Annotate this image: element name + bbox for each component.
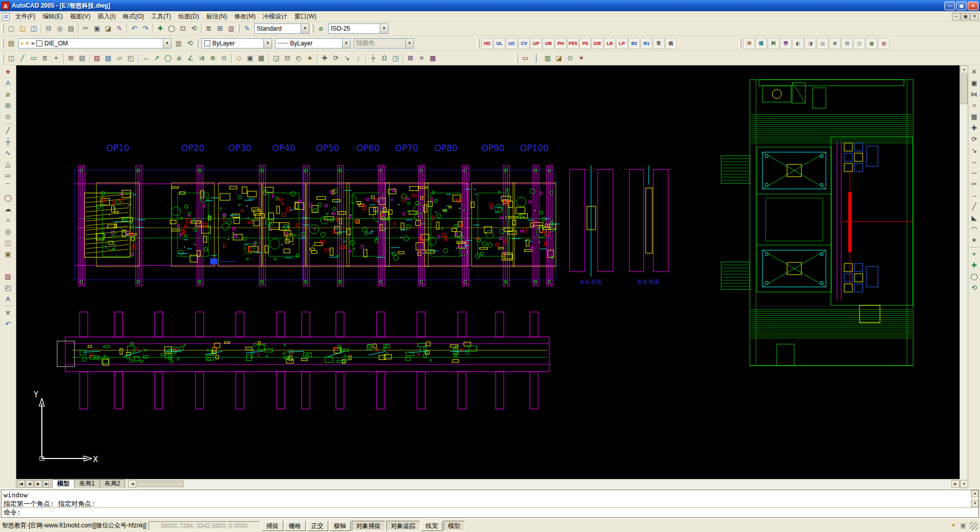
tab-prev-icon[interactable]: ◀ — [26, 480, 34, 488]
redo-icon[interactable]: ↷ — [140, 23, 151, 34]
scale-icon[interactable]: ↘ — [341, 53, 353, 64]
command-text-area[interactable]: window 指定第一个角点: 指定对角点: ▲ ▼ 命令: — [1, 490, 979, 518]
dim-style-icon[interactable]: ⌀ — [315, 23, 327, 34]
zoom-realtime-icon[interactable]: ◯ — [166, 23, 177, 34]
toggle-对象追踪[interactable]: 对象追踪 — [386, 521, 420, 531]
right-tool-extend-icon[interactable]: → — [969, 190, 980, 201]
die-icon-CV[interactable]: CV — [518, 38, 530, 49]
menu-item-10[interactable]: 冲模设计 — [259, 12, 291, 21]
die-icon-UB[interactable]: UB — [543, 38, 554, 49]
die-strip-icon[interactable]: ▭ — [520, 53, 531, 64]
die-icon-B2[interactable]: B2 — [628, 38, 640, 49]
right-tool-pan-icon[interactable]: ✚ — [969, 260, 980, 271]
right-tool-chamfer-icon[interactable]: ◣ — [969, 212, 980, 224]
left-tool-line-icon[interactable]: ╱ — [3, 125, 14, 136]
right-tool-stretch-icon[interactable]: ↔ — [969, 156, 980, 167]
id-point-icon[interactable]: ⌖ — [51, 53, 62, 64]
stretch-icon[interactable]: ↕ — [353, 53, 364, 64]
right-tool-move-icon[interactable]: ✚ — [969, 123, 980, 134]
image-attach-icon[interactable]: ▦ — [256, 53, 267, 64]
die-icon-PH[interactable]: PH — [555, 38, 567, 49]
tab-next-icon[interactable]: ▶ — [34, 480, 42, 488]
quickcalc-icon[interactable]: ≡ — [416, 53, 427, 64]
field-icon[interactable]: ▤ — [77, 53, 88, 64]
cut-icon[interactable]: ✂ — [80, 23, 91, 34]
toggle-线宽[interactable]: 线宽 — [421, 521, 443, 531]
right-tool-zoom-icon[interactable]: ◯ — [969, 271, 980, 282]
die-icon-P5[interactable]: P5 — [579, 38, 591, 49]
block-editor-icon[interactable]: ◇ — [233, 53, 244, 64]
tab-布局2[interactable]: 布局2 — [100, 479, 126, 488]
layer-combo[interactable]: ● ☀ ■ DIE_OM ▼ — [18, 38, 172, 49]
drawing-canvas[interactable]: OP10OP20OP30OP40OP50OP60OP70OP80OP90OP10… — [16, 65, 960, 479]
die-insert-icon[interactable]: ◪ — [553, 53, 565, 64]
die-icon2-9[interactable]: ⊟ — [841, 38, 853, 49]
plot-preview-icon[interactable]: ◎ — [54, 23, 65, 34]
die-icon2-1[interactable]: 冲 — [743, 38, 755, 49]
die-icon-LB[interactable]: LB — [604, 38, 616, 49]
quick-select-icon[interactable]: ⊠ — [405, 53, 416, 64]
right-tool-offset-icon[interactable]: ≈ — [969, 100, 980, 111]
dim-angular-icon[interactable]: ∠ — [185, 53, 196, 64]
left-tool-dim-style-icon[interactable]: ⌀ — [3, 89, 14, 100]
right-tool-array-icon[interactable]: ▦ — [969, 111, 980, 123]
toolbar-grip[interactable] — [237, 24, 240, 33]
dim-linear-icon[interactable]: ↔ — [140, 53, 151, 64]
table-icon[interactable]: ⊞ — [65, 53, 77, 64]
dim-diameter-icon[interactable]: ⌀ — [174, 53, 185, 64]
minimize-icon[interactable]: ─ — [944, 2, 955, 10]
tool-palettes-icon[interactable]: ▥ — [226, 23, 237, 34]
linetype-combo[interactable]: ─── ByLayer ▼ — [275, 38, 351, 49]
die-icon2-11[interactable]: ▦ — [866, 38, 877, 49]
chevron-down-icon[interactable]: ▼ — [163, 39, 171, 48]
toolbar-lock-icon[interactable]: ▣ — [959, 521, 968, 530]
close-icon[interactable]: ✕ — [968, 2, 978, 10]
die-icon2-10[interactable]: ◫ — [853, 38, 865, 49]
draworder-icon[interactable]: ◫ — [6, 53, 17, 64]
left-tool-arc-icon[interactable]: ⌒ — [3, 181, 14, 192]
die-icon-PE5[interactable]: PE5 — [567, 38, 579, 49]
die-icon-HD[interactable]: HD — [481, 38, 493, 49]
die-plate-icon[interactable]: ▥ — [542, 53, 553, 64]
menu-item-1[interactable]: 文件(F) — [12, 12, 39, 21]
render-icon[interactable]: ★ — [304, 53, 315, 64]
command-prompt[interactable]: 命令: — [2, 508, 978, 517]
open-icon[interactable]: ◱ — [17, 23, 28, 34]
pan-icon[interactable]: ✚ — [155, 23, 166, 34]
resize-grip[interactable] — [970, 522, 978, 530]
left-tool-polygon-icon[interactable]: △ — [3, 159, 14, 170]
toolbar-grip[interactable] — [2, 54, 4, 63]
doc-minimize-icon[interactable]: ─ — [952, 13, 961, 20]
scroll-down-icon[interactable]: ▼ — [971, 500, 978, 507]
die-icon2-6[interactable]: ◨ — [804, 38, 816, 49]
gradient-icon[interactable]: ▧ — [103, 53, 114, 64]
toolbar-grip[interactable] — [196, 39, 199, 48]
menu-item-3[interactable]: 视图(V) — [66, 12, 94, 21]
move-icon[interactable]: ✚ — [319, 53, 330, 64]
toggle-捕捉[interactable]: 捕捉 — [262, 521, 283, 531]
chevron-down-icon[interactable]: ▼ — [263, 39, 272, 48]
right-tool-explode-icon[interactable]: ✶ — [969, 235, 980, 246]
publish-icon[interactable]: ▤ — [65, 23, 77, 34]
style-combo[interactable]: Standard ▼ — [254, 23, 309, 34]
left-tool-point-icon[interactable]: · — [3, 260, 14, 271]
match-properties-icon[interactable]: ✎ — [114, 23, 125, 34]
coordinates-display[interactable]: 36001.7264, 3342.5600, 0.0000 — [149, 521, 260, 530]
toggle-模型[interactable]: 模型 — [444, 521, 465, 531]
right-tool-rotate-icon[interactable]: ⟳ — [969, 134, 980, 145]
die-guide-icon[interactable]: ⊙ — [565, 53, 576, 64]
tab-first-icon[interactable]: |◀ — [17, 480, 25, 488]
text-style-icon[interactable]: ✎ — [241, 23, 253, 34]
left-tool-hatch-icon[interactable]: ▨ — [3, 271, 14, 282]
toolbar-grip[interactable] — [739, 39, 742, 48]
chevron-down-icon[interactable]: ▼ — [380, 24, 388, 33]
toolbar-grip[interactable] — [477, 39, 480, 48]
hatch-icon[interactable]: ▨ — [91, 53, 103, 64]
dim-style-combo[interactable]: ISO-25 ▼ — [328, 23, 388, 34]
die-icon2-5[interactable]: ◧ — [792, 38, 804, 49]
menu-item-8[interactable]: 标注(N) — [203, 12, 231, 21]
layer-properties-icon[interactable]: ▤ — [6, 38, 17, 49]
die-icon2-4[interactable]: 带 — [780, 38, 792, 49]
plot-icon[interactable]: ⊟ — [43, 23, 54, 34]
right-tool-dist-icon[interactable]: ⌖ — [969, 249, 980, 260]
